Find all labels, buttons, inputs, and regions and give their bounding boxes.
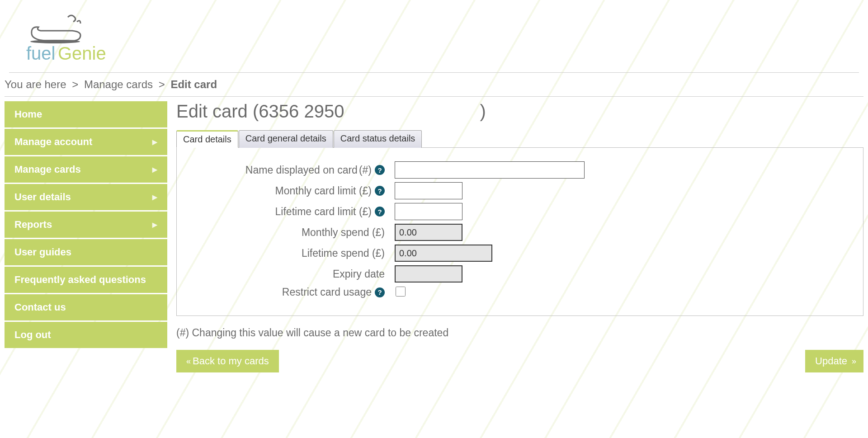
sidebar-item-manage-account[interactable]: Manage account ▶ <box>5 129 167 155</box>
sidebar-item-label: User guides <box>14 246 71 258</box>
label-lifetime-limit: Lifetime card limit (£) <box>275 206 372 218</box>
page-title: Edit card (6356 2950) <box>176 101 863 122</box>
label-restrict-usage: Restrict card usage <box>282 286 372 298</box>
row-name-on-card: Name displayed on card (#) ? <box>195 161 845 179</box>
tab-card-details[interactable]: Card details <box>176 130 238 148</box>
help-icon[interactable]: ? <box>375 186 385 196</box>
tab-card-general-details[interactable]: Card general details <box>239 130 333 148</box>
sidebar-item-label: Manage account <box>14 136 92 148</box>
row-monthly-limit: Monthly card limit (£) ? <box>195 182 845 199</box>
chevron-right-icon: ▶ <box>152 166 157 173</box>
row-restrict-usage: Restrict card usage ? <box>195 286 845 298</box>
sidebar-item-label: Log out <box>14 329 51 341</box>
row-monthly-spend: Monthly spend (£) <box>195 224 845 241</box>
breadcrumb: You are here > Manage cards > Edit card <box>5 76 863 94</box>
input-name-on-card[interactable] <box>395 161 585 179</box>
label-lifetime-spend: Lifetime spend (£) <box>302 247 385 259</box>
svg-text:fuel: fuel <box>26 43 56 63</box>
tab-label: Card status details <box>340 133 415 143</box>
divider <box>9 72 859 73</box>
action-row: « Back to my cards Update » <box>176 350 863 372</box>
logo: fuel Genie <box>5 5 863 72</box>
back-button[interactable]: « Back to my cards <box>176 350 279 372</box>
hash-marker: (#) <box>359 164 372 176</box>
row-lifetime-spend: Lifetime spend (£) <box>195 245 845 262</box>
tab-label: Card general details <box>245 133 326 143</box>
label-monthly-limit: Monthly card limit (£) <box>275 185 372 197</box>
help-icon[interactable]: ? <box>375 287 385 297</box>
update-button[interactable]: Update » <box>805 350 863 372</box>
svg-text:Genie: Genie <box>58 43 106 63</box>
sidebar-item-faq[interactable]: Frequently asked questions <box>5 267 167 293</box>
sidebar-item-label: Manage cards <box>14 164 81 175</box>
input-expiry-date <box>395 265 462 283</box>
breadcrumb-item[interactable]: Manage cards <box>84 78 153 90</box>
input-monthly-spend <box>395 224 462 241</box>
sidebar-item-user-details[interactable]: User details ▶ <box>5 184 167 210</box>
sidebar-item-manage-cards[interactable]: Manage cards ▶ <box>5 156 167 183</box>
sidebar-item-label: Home <box>14 108 42 120</box>
chevron-right-icon: ▶ <box>152 193 157 201</box>
checkbox-restrict-usage[interactable] <box>396 287 406 297</box>
chevron-left-icon: « <box>186 357 188 366</box>
footnote: (#) Changing this value will cause a new… <box>176 327 863 339</box>
tab-card-status-details[interactable]: Card status details <box>334 130 422 148</box>
row-lifetime-limit: Lifetime card limit (£) ? <box>195 203 845 220</box>
label-expiry-date: Expiry date <box>333 268 385 280</box>
svg-point-0 <box>30 40 80 43</box>
sidebar-item-contact-us[interactable]: Contact us <box>5 294 167 320</box>
help-icon[interactable]: ? <box>375 165 385 175</box>
sidebar-item-home[interactable]: Home <box>5 101 167 127</box>
sidebar-item-user-guides[interactable]: User guides <box>5 239 167 265</box>
breadcrumb-sep: > <box>72 78 78 90</box>
sidebar-item-log-out[interactable]: Log out <box>5 322 167 348</box>
label-name-on-card: Name displayed on card <box>245 164 358 176</box>
form-panel: Name displayed on card (#) ? Monthly car… <box>176 148 863 316</box>
breadcrumb-sep: > <box>159 78 165 90</box>
update-button-label: Update <box>815 355 847 367</box>
sidebar-item-label: Reports <box>14 219 52 231</box>
help-icon[interactable]: ? <box>375 207 385 217</box>
back-button-label: Back to my cards <box>193 355 269 367</box>
chevron-right-icon: ▶ <box>152 221 157 228</box>
sidebar-item-label: User details <box>14 191 71 203</box>
sidebar-item-label: Contact us <box>14 301 66 313</box>
chevron-right-icon: ▶ <box>152 138 157 146</box>
breadcrumb-prefix: You are here <box>5 78 66 90</box>
row-expiry-date: Expiry date <box>195 265 845 283</box>
breadcrumb-current: Edit card <box>170 78 217 90</box>
sidebar-item-reports[interactable]: Reports ▶ <box>5 212 167 238</box>
input-lifetime-spend <box>395 245 492 262</box>
sidebar-item-label: Frequently asked questions <box>14 274 146 286</box>
sidebar: Home Manage account ▶ Manage cards ▶ Use… <box>5 101 167 349</box>
chevron-right-icon: » <box>852 357 854 366</box>
tabs: Card details Card general details Card s… <box>176 130 863 148</box>
divider <box>5 96 863 97</box>
input-lifetime-limit[interactable] <box>395 203 462 220</box>
tab-label: Card details <box>183 134 231 144</box>
label-monthly-spend: Monthly spend (£) <box>302 226 385 239</box>
input-monthly-limit[interactable] <box>395 182 462 199</box>
main-content: Edit card (6356 2950) Card details Card … <box>176 101 863 372</box>
